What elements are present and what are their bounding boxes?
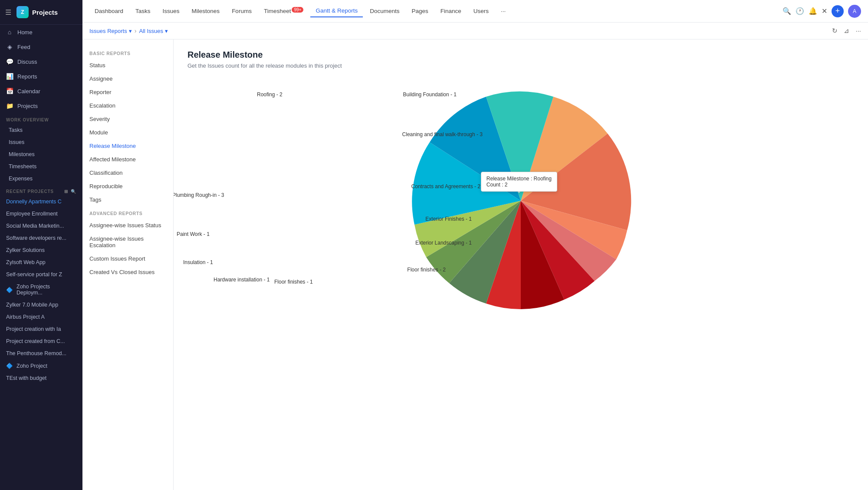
sidebar-item-milestones[interactable]: Milestones: [0, 148, 82, 160]
label-paint: Paint Work - 1: [177, 231, 210, 237]
project-airbus[interactable]: Airbus Project A: [0, 311, 82, 323]
tooltip-line1: Release Milestone : Roofing: [487, 176, 552, 182]
close-icon[interactable]: ✕: [822, 7, 827, 15]
sidebar-item-tasks[interactable]: Tasks: [0, 124, 82, 136]
sidebar-item-calendar[interactable]: 📅 Calendar: [0, 84, 82, 98]
sidebar-item-issues[interactable]: Issues: [0, 136, 82, 148]
panel-item-module[interactable]: Module: [82, 126, 173, 139]
sidebar-item-timesheets[interactable]: Timesheets: [0, 160, 82, 173]
project-created[interactable]: Project created from C...: [0, 335, 82, 347]
panel-item-reporter[interactable]: Reporter: [82, 85, 173, 99]
clock-icon[interactable]: 🕐: [796, 7, 804, 15]
bell-icon[interactable]: 🔔: [809, 7, 817, 15]
project-donnelly[interactable]: Donnelly Apartments C: [0, 196, 82, 208]
panel-item-assignee[interactable]: Assignee: [82, 72, 173, 85]
panel-item-tags[interactable]: Tags: [82, 193, 173, 206]
sidebar-item-projects[interactable]: 📁 Projects: [0, 98, 82, 113]
add-button[interactable]: +: [832, 5, 844, 17]
basic-reports-title: BASIC REPORTS: [82, 46, 173, 59]
sidebar-item-discuss[interactable]: 💬 Discuss: [0, 54, 82, 69]
projects-icon: 📁: [6, 102, 13, 109]
zoho-deploy-icon: 🔷: [6, 287, 13, 293]
search-icon[interactable]: 🔍: [71, 189, 76, 194]
sidebar-label-home: Home: [17, 29, 33, 36]
project-zoho-deploy[interactable]: 🔷 Zoho Projects Deploym...: [0, 281, 82, 299]
nav-dashboard[interactable]: Dashboard: [89, 5, 128, 17]
project-penthouse[interactable]: The Penthouse Remod...: [0, 347, 82, 359]
left-panel: BASIC REPORTS Status Assignee Reporter E…: [82, 39, 174, 490]
pie-labels: Roofing - 2 Building Foundation - 1 Clea…: [187, 79, 431, 322]
project-zylker[interactable]: Zylker Solutions: [0, 244, 82, 256]
project-zoho[interactable]: 🔷 Zoho Project: [0, 359, 82, 372]
recent-projects-section: RECENT PROJECTS ⊞ 🔍: [0, 185, 82, 196]
advanced-reports-title: ADVANCED REPORTS: [82, 206, 173, 219]
nav-pages[interactable]: Pages: [406, 5, 433, 17]
avatar[interactable]: A: [848, 5, 861, 18]
content-area: BASIC REPORTS Status Assignee Reporter E…: [82, 39, 868, 490]
app-title: Projects: [32, 9, 58, 16]
panel-item-created-closed[interactable]: Created Vs Closed Issues: [82, 265, 173, 279]
label-roofing: Roofing - 2: [257, 91, 283, 98]
project-social[interactable]: Social Media Marketin...: [0, 220, 82, 232]
hamburger-icon[interactable]: ☰: [5, 8, 11, 16]
project-software[interactable]: Software developers re...: [0, 232, 82, 244]
zoho-icon: 🔷: [6, 363, 13, 369]
label-hardware: Hardware installation - 1: [214, 277, 270, 283]
panel-item-severity[interactable]: Severity: [82, 112, 173, 126]
sidebar-label-calendar: Calendar: [17, 88, 40, 95]
more-icon[interactable]: ···: [855, 27, 861, 35]
grid-icon[interactable]: ⊞: [64, 189, 68, 194]
dropdown-icon-2: ▾: [165, 28, 168, 34]
sidebar-item-feed[interactable]: ◈ Feed: [0, 39, 82, 54]
report-title: Release Milestone: [187, 50, 854, 60]
tooltip-line2: Count : 2: [487, 182, 552, 188]
breadcrumb-actions: ↻ ⊿ ···: [832, 27, 861, 35]
right-panel: Release Milestone Get the Issues count f…: [174, 39, 868, 490]
sidebar-item-home[interactable]: ⌂ Home: [0, 25, 82, 39]
project-test[interactable]: TEst with budget: [0, 372, 82, 384]
panel-item-assignee-status[interactable]: Assignee-wise Issues Status: [82, 219, 173, 232]
breadcrumb-separator: ›: [135, 27, 137, 34]
sidebar-item-expenses[interactable]: Expenses: [0, 173, 82, 185]
panel-item-escalation[interactable]: Escalation: [82, 99, 173, 112]
label-floor1: Floor finishes - 1: [274, 279, 313, 285]
project-selfservice[interactable]: Self-service portal for Z: [0, 268, 82, 281]
label-plumbing: Plumbing Rough-in - 3: [174, 192, 224, 198]
reports-icon: 📊: [6, 73, 13, 80]
dropdown-icon: ▾: [129, 28, 132, 34]
project-employee[interactable]: Employee Enrollment: [0, 208, 82, 220]
panel-item-affected-milestone[interactable]: Affected Milestone: [82, 153, 173, 166]
timesheet-badge: 99+: [292, 7, 303, 13]
nav-issues[interactable]: Issues: [158, 5, 185, 17]
panel-item-assignee-escalation[interactable]: Assignee-wise Issues Escalation: [82, 232, 173, 252]
breadcrumb-current[interactable]: All Issues ▾: [139, 28, 168, 34]
home-icon: ⌂: [6, 29, 13, 36]
nav-gantt[interactable]: Gantt & Reports: [310, 5, 363, 17]
panel-item-release-milestone[interactable]: Release Milestone: [82, 139, 173, 153]
feed-icon: ◈: [6, 43, 13, 50]
panel-item-status[interactable]: Status: [82, 59, 173, 72]
refresh-icon[interactable]: ↻: [832, 27, 838, 35]
breadcrumb-link[interactable]: Issues Reports ▾: [89, 28, 132, 34]
nav-users[interactable]: Users: [468, 5, 494, 17]
sidebar-label-reports: Reports: [17, 73, 37, 80]
panel-item-classification[interactable]: Classification: [82, 166, 173, 180]
nav-tasks[interactable]: Tasks: [130, 5, 156, 17]
panel-item-custom[interactable]: Custom Issues Report: [82, 252, 173, 265]
filter-icon[interactable]: ⊿: [844, 27, 849, 35]
nav-forums[interactable]: Forums: [227, 5, 257, 17]
nav-more[interactable]: ···: [496, 5, 511, 17]
nav-documents[interactable]: Documents: [365, 5, 404, 17]
project-zylker70[interactable]: Zylker 7.0 Mobile App: [0, 299, 82, 311]
project-zylsoft[interactable]: Zylsoft Web App: [0, 256, 82, 268]
nav-timesheet[interactable]: Timesheet99+: [259, 5, 309, 17]
nav-finance[interactable]: Finance: [435, 5, 467, 17]
panel-item-reproducible[interactable]: Reproducible: [82, 180, 173, 193]
search-icon[interactable]: 🔍: [783, 7, 791, 15]
breadcrumb: Issues Reports ▾ › All Issues ▾ ↻ ⊿ ···: [82, 23, 868, 39]
pie-chart-container: Roofing - 2 Building Foundation - 1 Clea…: [187, 79, 854, 322]
nav-milestones[interactable]: Milestones: [187, 5, 225, 17]
sidebar-item-reports[interactable]: 📊 Reports: [0, 69, 82, 84]
sidebar-label-feed: Feed: [17, 44, 30, 50]
project-creation[interactable]: Project creation with Ia: [0, 323, 82, 335]
